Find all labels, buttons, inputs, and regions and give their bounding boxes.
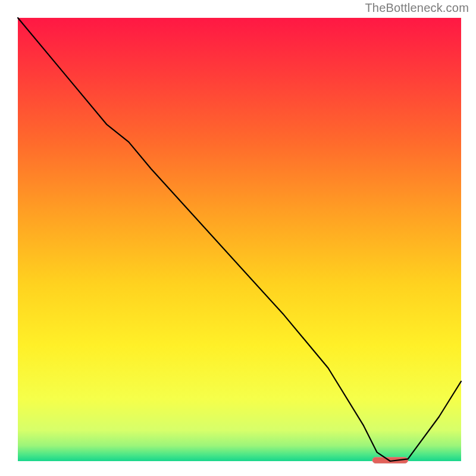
chart-stage: TheBottleneck.com [0, 0, 476, 476]
chart-svg [0, 0, 476, 476]
gradient-background [18, 18, 461, 461]
